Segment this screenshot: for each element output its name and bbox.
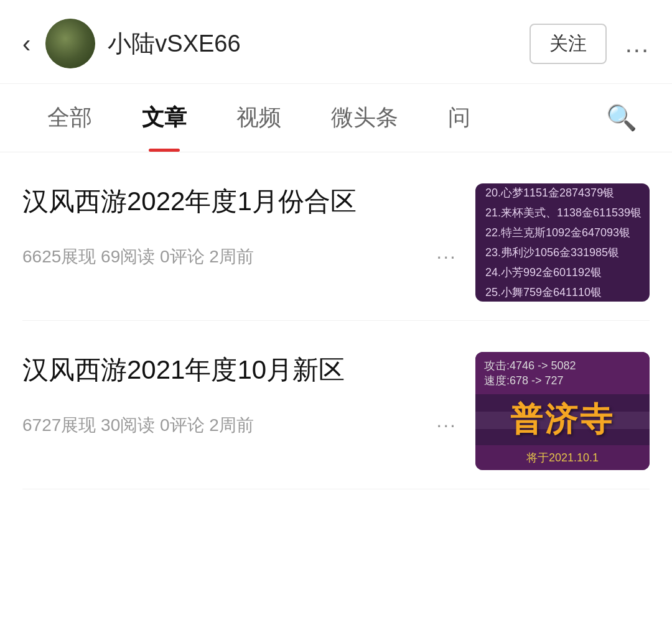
back-button[interactable]: ‹	[22, 31, 30, 56]
thumbnail-content: 20.心梦1151金2874379银 21.来杯美式、1138金611539银 …	[475, 183, 650, 302]
thumb-row: 21.来杯美式、1138金611539银	[485, 205, 640, 220]
list-item: 汉风西游2021年度10月新区 6727展现 30阅读 0评论 2周前 ··· …	[22, 321, 650, 489]
more-options-icon[interactable]: ...	[625, 30, 650, 58]
thumb-row: 25.小舞759金641110银	[485, 285, 640, 300]
article-title[interactable]: 汉风西游2021年度10月新区	[22, 352, 457, 389]
thumb-row: 23.弗利沙1056金331985银	[485, 245, 640, 260]
avatar[interactable]	[45, 19, 95, 68]
thumb2-stats: 攻击:4746 -> 5082速度:678 -> 727	[475, 352, 650, 394]
article-meta: 6625展现 69阅读 0评论 2周前 ···	[22, 245, 457, 269]
article-title[interactable]: 汉风西游2022年度1月份合区	[22, 183, 457, 220]
article-more-icon[interactable]: ···	[436, 245, 457, 268]
article-more-icon[interactable]: ···	[436, 414, 457, 437]
follow-button[interactable]: 关注	[530, 24, 607, 64]
thumb-row: 20.心梦1151金2874379银	[485, 185, 640, 200]
thumb2-bottom-text: 将于2021.10.1	[475, 445, 650, 470]
header: ‹ 小陆vSXE66 关注 ...	[0, 0, 672, 84]
thumbnail-content-2: 攻击:4746 -> 5082速度:678 -> 727 普济寺 将于2021.…	[475, 352, 650, 470]
article-stats: 6727展现 30阅读 0评论 2周前	[22, 414, 254, 437]
username-label: 小陆vSXE66	[108, 28, 529, 60]
thumb2-title-text: 普济寺	[475, 398, 650, 441]
article-content: 汉风西游2021年度10月新区 6727展现 30阅读 0评论 2周前 ···	[22, 352, 457, 437]
search-icon[interactable]: 🔍	[594, 91, 650, 145]
tab-articles[interactable]: 文章	[117, 84, 212, 152]
article-meta: 6727展现 30阅读 0评论 2周前 ···	[22, 414, 457, 437]
thumb2-body: 普济寺	[475, 394, 650, 445]
article-thumbnail: 攻击:4746 -> 5082速度:678 -> 727 普济寺 将于2021.…	[475, 352, 650, 470]
tab-qa[interactable]: 问	[423, 84, 473, 152]
tab-video[interactable]: 视频	[212, 84, 306, 152]
article-content: 汉风西游2022年度1月份合区 6625展现 69阅读 0评论 2周前 ···	[22, 183, 457, 269]
articles-list: 汉风西游2022年度1月份合区 6625展现 69阅读 0评论 2周前 ··· …	[0, 152, 672, 489]
list-item: 汉风西游2022年度1月份合区 6625展现 69阅读 0评论 2周前 ··· …	[22, 152, 650, 321]
tab-all[interactable]: 全部	[22, 84, 117, 152]
thumb-row: 24.小芳992金601192银	[485, 265, 640, 280]
thumb-row: 22.特兰克斯1092金647093银	[485, 225, 640, 240]
article-stats: 6625展现 69阅读 0评论 2周前	[22, 245, 254, 269]
tab-microblog[interactable]: 微头条	[306, 84, 423, 152]
tabs-bar: 全部 文章 视频 微头条 问 🔍	[0, 84, 672, 152]
article-thumbnail: 20.心梦1151金2874379银 21.来杯美式、1138金611539银 …	[475, 183, 650, 302]
